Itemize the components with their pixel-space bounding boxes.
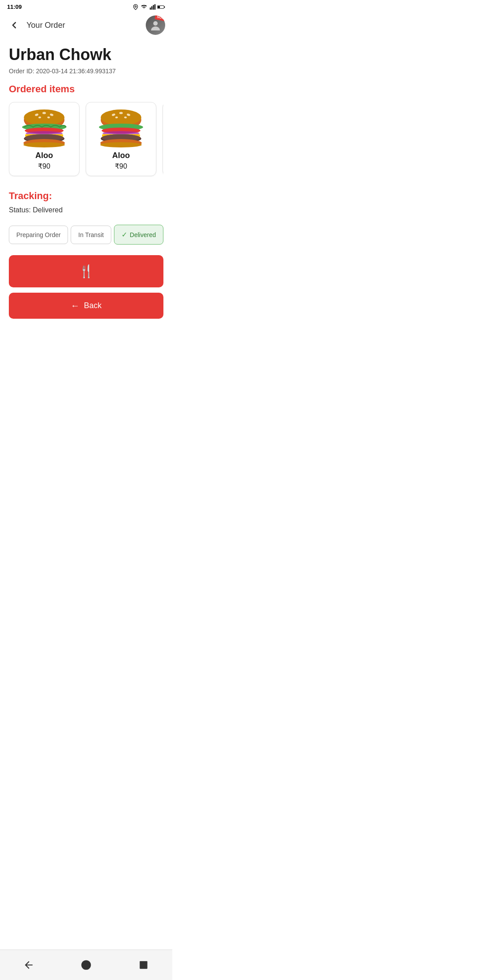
svg-point-8: [153, 21, 158, 26]
step-delivered: ✓ Delivered: [114, 225, 163, 245]
fork-icon: 🍴: [79, 264, 94, 279]
item-price-2: ₹90: [115, 162, 127, 170]
svg-rect-6: [158, 6, 160, 8]
item-card-2[interactable]: Aloo ₹90: [86, 102, 156, 176]
back-button[interactable]: ← Back: [9, 293, 163, 319]
svg-rect-3: [153, 5, 154, 9]
status-time: 11:09: [7, 4, 22, 10]
back-button-arrow-icon: ←: [71, 301, 80, 311]
svg-rect-2: [151, 6, 152, 10]
restaurant-name: Urban Chowk: [9, 45, 163, 64]
item-price-1: ₹90: [38, 162, 50, 170]
step-in-transit: ✓ In Transit: [71, 226, 111, 244]
tracking-title: Tracking:: [9, 190, 163, 202]
action-bar[interactable]: 🍴: [9, 255, 163, 287]
svg-point-25: [101, 109, 141, 125]
item-name-2: Aloo: [112, 151, 130, 160]
main-content: Urban Chowk Order ID: 2020-03-14 21:36:4…: [0, 38, 172, 335]
step-preparing-label: Preparing Order: [16, 231, 61, 238]
page-title: Your Order: [26, 21, 146, 30]
tracking-status: Status: Delivered: [9, 206, 163, 214]
svg-point-0: [135, 6, 136, 8]
svg-rect-1: [150, 8, 151, 10]
svg-point-38: [100, 142, 142, 147]
svg-point-23: [23, 142, 65, 147]
svg-rect-4: [155, 4, 155, 9]
back-button-label: Back: [84, 301, 102, 310]
items-list: Aloo ₹90: [9, 102, 163, 180]
item-image-1: [20, 108, 68, 147]
svg-point-12: [42, 112, 46, 114]
signal-icon: [149, 4, 155, 10]
status-bar: 11:09: [0, 0, 172, 12]
status-icons: [132, 4, 165, 10]
step-transit-label: In Transit: [78, 231, 104, 238]
item-card-1[interactable]: Aloo ₹90: [9, 102, 80, 176]
back-arrow-button[interactable]: [7, 18, 21, 32]
item-image-2: [97, 108, 145, 147]
step-delivered-label: Delivered: [130, 231, 156, 238]
svg-point-10: [24, 109, 64, 125]
item-name-1: Aloo: [35, 151, 53, 160]
top-bar: Your Order SUG: [0, 12, 172, 38]
wifi-icon: [140, 4, 148, 10]
step-preparing: ✓ Preparing Order: [9, 226, 68, 244]
battery-icon: [157, 4, 165, 10]
order-id: Order ID: 2020-03-14 21:36:49.993137: [9, 68, 163, 75]
svg-rect-7: [164, 6, 165, 8]
svg-point-27: [119, 112, 123, 114]
item-card-3[interactable]: Aloo ₹90: [163, 102, 163, 176]
delivered-checkmark: ✓: [121, 230, 127, 239]
avatar[interactable]: SUG: [146, 15, 165, 35]
ordered-items-title: Ordered items: [9, 83, 163, 95]
location-icon: [132, 4, 139, 10]
tracking-steps: ✓ Preparing Order ✓ In Transit ✓ Deliver…: [9, 225, 163, 245]
